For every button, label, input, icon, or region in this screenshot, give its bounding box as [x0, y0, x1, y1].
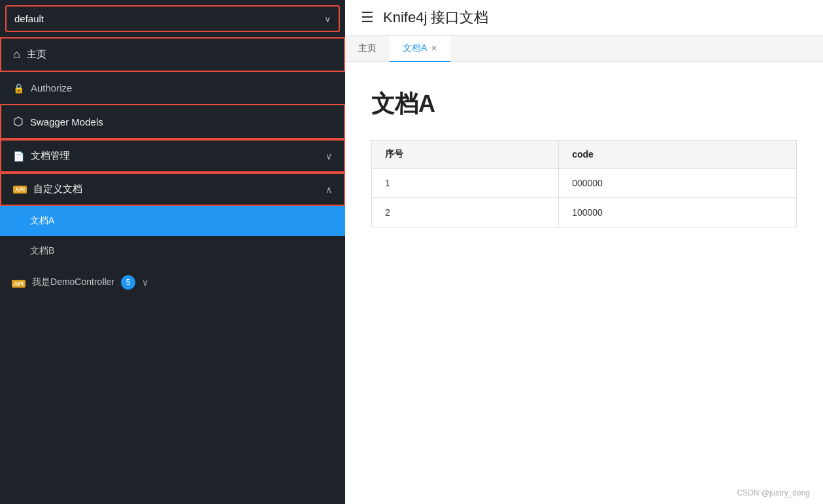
table-row: 2100000: [372, 198, 797, 227]
sidebar-item-demo-controller[interactable]: 我是DemoController 5 ∨: [0, 266, 345, 299]
lock-icon: [13, 83, 24, 93]
tab-doc-a-label: 文档A: [403, 42, 427, 54]
doc-table: 序号 code 10000002100000: [371, 140, 797, 227]
tab-home[interactable]: 主页: [345, 36, 390, 62]
sidebar-controller-label: 我是DemoController: [32, 277, 114, 288]
custom-docs-chevron-icon: ∧: [326, 184, 332, 195]
cube-icon: [13, 114, 24, 129]
table-cell-index: 2: [372, 198, 559, 227]
doc-title: 文档A: [371, 88, 797, 120]
tab-doc-a[interactable]: 文档A ✕: [390, 36, 450, 62]
doc-icon: [13, 151, 24, 161]
sidebar-item-swagger-models[interactable]: Swagger Models: [0, 104, 345, 139]
sidebar-select-wrapper[interactable]: default ∨: [5, 5, 340, 32]
sidebar-home-label: 主页: [27, 48, 332, 61]
sidebar-item-authorize[interactable]: Authorize: [0, 72, 345, 104]
table-header-code: code: [559, 141, 797, 169]
sidebar-subitem-doc-a[interactable]: 文档A: [0, 206, 345, 236]
table-header-index: 序号: [372, 141, 559, 169]
table-cell-code: 000000: [559, 169, 797, 198]
sidebar-custom-docs-label: 自定义文档: [33, 183, 319, 195]
sidebar-subitem-doc-b[interactable]: 文档B: [0, 236, 345, 266]
main-panel: ☰ Knife4j 接口文档 主页 文档A ✕ 文档A 序号 code 1000…: [345, 0, 823, 504]
sidebar-subitem-doc-b-label: 文档B: [30, 245, 54, 256]
menu-icon[interactable]: ☰: [361, 9, 374, 26]
api-icon-custom: [13, 186, 27, 193]
content-area: 文档A 序号 code 10000002100000: [345, 62, 823, 482]
app-title: Knife4j 接口文档: [383, 8, 488, 27]
sidebar-item-doc-manage[interactable]: 文档管理 ∨: [0, 139, 345, 173]
watermark: CSDN @justry_deng: [345, 482, 823, 504]
table-cell-index: 1: [372, 169, 559, 198]
sidebar-item-custom-docs[interactable]: 自定义文档 ∧: [0, 173, 345, 206]
sidebar-doc-manage-label: 文档管理: [31, 150, 319, 162]
doc-manage-chevron-icon: ∨: [326, 151, 332, 161]
table-row: 1000000: [372, 169, 797, 198]
tabs-bar: 主页 文档A ✕: [345, 36, 823, 62]
sidebar-subitem-doc-a-label: 文档A: [30, 215, 54, 226]
sidebar-select[interactable]: default: [14, 13, 324, 24]
controller-chevron-icon: ∨: [142, 277, 148, 288]
header: ☰ Knife4j 接口文档: [345, 0, 823, 36]
tab-home-label: 主页: [358, 42, 377, 54]
sidebar-authorize-label: Authorize: [31, 82, 332, 93]
sidebar-item-home[interactable]: 主页: [0, 37, 345, 72]
home-icon: [13, 48, 20, 61]
sidebar-swagger-models-label: Swagger Models: [30, 116, 332, 127]
select-chevron-icon: ∨: [324, 14, 331, 24]
sidebar: default ∨ 主页 Authorize Swagger Models 文档…: [0, 0, 345, 504]
controller-badge: 5: [121, 275, 135, 290]
table-cell-code: 100000: [559, 198, 797, 227]
tab-close-icon[interactable]: ✕: [431, 44, 437, 53]
api-icon-controller: [12, 277, 25, 288]
